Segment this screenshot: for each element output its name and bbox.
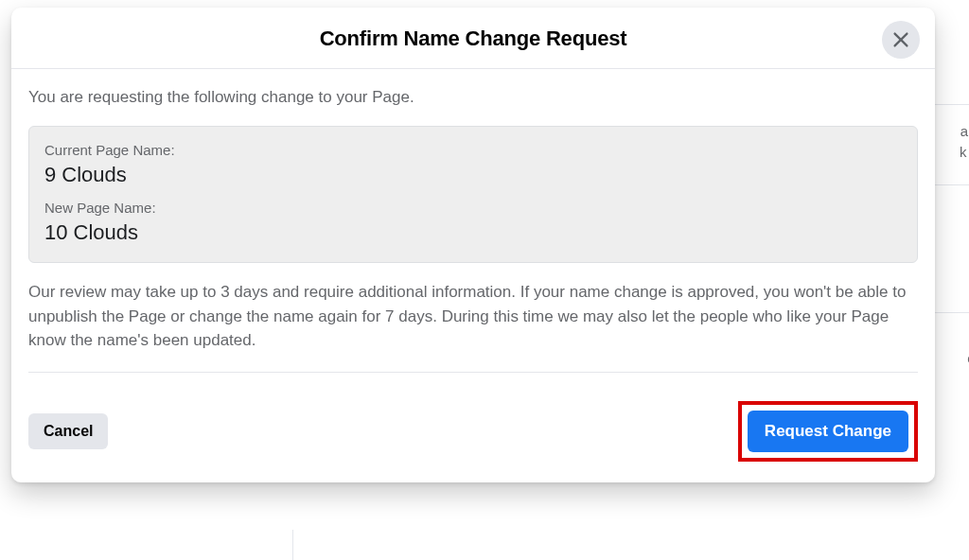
close-icon <box>890 29 911 50</box>
current-name-value: 9 Clouds <box>44 161 902 189</box>
cancel-button[interactable]: Cancel <box>28 413 108 449</box>
close-button[interactable] <box>882 21 920 59</box>
modal-footer: Cancel Request Change <box>11 386 935 482</box>
review-note-text: Our review may take up to 3 days and req… <box>28 280 918 373</box>
request-change-button[interactable]: Request Change <box>748 411 908 452</box>
new-name-value: 10 Clouds <box>44 219 902 247</box>
intro-text: You are requesting the following change … <box>28 86 918 109</box>
confirm-name-change-modal: Confirm Name Change Request You are requ… <box>11 8 935 482</box>
current-name-label: Current Page Name: <box>44 140 902 160</box>
request-button-highlight: Request Change <box>738 401 918 462</box>
new-name-label: New Page Name: <box>44 198 902 218</box>
modal-body: You are requesting the following change … <box>11 69 935 386</box>
modal-header: Confirm Name Change Request <box>11 8 935 69</box>
background-text-fragment: k Pa <box>960 144 969 160</box>
background-sidebar <box>0 530 293 560</box>
name-change-summary-box: Current Page Name: 9 Clouds New Page Nam… <box>28 126 918 263</box>
background-text-fragment: ame <box>960 123 969 139</box>
modal-title: Confirm Name Change Request <box>68 26 878 51</box>
